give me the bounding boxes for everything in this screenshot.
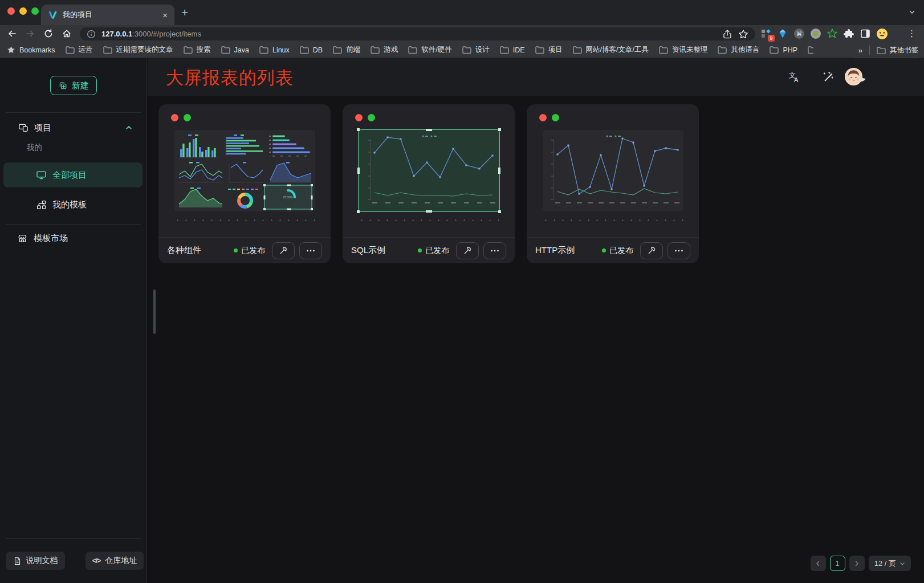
site-info-icon[interactable] — [87, 30, 96, 39]
project-thumbnail[interactable]: 25.00% — [174, 130, 315, 211]
bookmark-folder[interactable]: 运营 — [66, 45, 93, 55]
bookmark-star-icon[interactable] — [738, 29, 748, 39]
bookmark-folder-label: 设计 — [475, 45, 490, 55]
edit-project-button[interactable] — [640, 242, 663, 259]
sidebar-section-project[interactable]: 项目 — [0, 119, 146, 137]
project-thumbnail[interactable] — [543, 130, 683, 211]
back-icon[interactable] — [7, 28, 17, 39]
side-panel-icon[interactable] — [860, 28, 871, 39]
hammer-icon — [279, 246, 288, 255]
extension-record-icon[interactable] — [810, 28, 821, 39]
bookmark-folder[interactable]: 近期需要读的文章 — [103, 45, 173, 55]
bookmark-folder[interactable]: 软件/硬件 — [408, 45, 451, 55]
selection-handle[interactable] — [498, 168, 500, 174]
new-tab-button[interactable]: + — [181, 6, 188, 19]
edit-project-button[interactable] — [456, 242, 479, 259]
folder-icon — [535, 46, 544, 54]
chevron-up-icon[interactable] — [125, 124, 133, 132]
tab-close-icon[interactable]: × — [162, 11, 168, 19]
bookmark-folder-label: Java — [234, 46, 249, 54]
sidebar-item-template-market[interactable]: 模板市场 — [0, 229, 146, 247]
other-bookmarks[interactable]: 其他书签 — [877, 46, 918, 55]
reload-icon[interactable] — [43, 28, 54, 39]
browser-menu-icon[interactable]: ⋮ — [907, 25, 917, 42]
status-label: 已发布 — [241, 246, 265, 256]
docs-button[interactable]: 说明文档 — [6, 552, 65, 570]
extension-gem-icon[interactable] — [777, 28, 788, 39]
project-card[interactable]: SQL示例 已发布 — [343, 104, 515, 263]
scrollbar-thumb[interactable] — [153, 290, 156, 334]
extension-command-icon[interactable]: ⌘ — [793, 28, 805, 39]
edit-project-button[interactable] — [272, 242, 295, 259]
svg-text:A: A — [794, 76, 799, 83]
bookmark-folder-label: 近期需要读的文章 — [116, 45, 173, 55]
close-window-button[interactable] — [7, 7, 15, 15]
tab-search-chevron-icon[interactable] — [908, 8, 916, 16]
bookmarks-root[interactable]: Bookmarks — [7, 46, 55, 54]
project-thumbnail[interactable] — [359, 130, 499, 211]
magic-wand-icon[interactable] — [821, 71, 834, 83]
selection-handle[interactable] — [357, 210, 360, 213]
maximize-window-button[interactable] — [31, 7, 39, 15]
browser-tab[interactable]: 我的项目 × — [41, 5, 174, 25]
selection-handle[interactable] — [498, 128, 501, 131]
translate-icon[interactable]: 文 A — [787, 70, 801, 84]
bookmark-folder[interactable]: 项目 — [535, 45, 563, 55]
folder-icon — [408, 46, 417, 54]
more-actions-button[interactable] — [483, 242, 506, 259]
selection-handle[interactable] — [426, 210, 432, 213]
status-label: 已发布 — [609, 246, 633, 256]
bookmark-folder[interactable]: Java — [221, 45, 249, 55]
bookmark-folder[interactable]: 文件服务器 — [808, 45, 813, 55]
bookmark-folder[interactable]: 资讯未整理 — [659, 45, 708, 55]
bookmark-folder-label: 软件/硬件 — [421, 45, 451, 55]
user-avatar[interactable] — [845, 68, 862, 85]
selection-handle[interactable] — [357, 128, 360, 131]
bookmark-folder[interactable]: 设计 — [462, 45, 490, 55]
template-blocks-icon — [36, 199, 47, 210]
bookmark-folder[interactable]: 游戏 — [371, 45, 398, 55]
more-actions-button[interactable] — [299, 242, 322, 259]
current-page[interactable]: 1 — [830, 556, 845, 571]
status-dot — [418, 248, 422, 252]
page-size-select[interactable]: 12 / 页 — [869, 556, 911, 571]
prev-page-button[interactable] — [811, 556, 826, 571]
extension-grid-icon[interactable]: 9 — [760, 28, 772, 39]
repo-button[interactable]: </> 仓库地址 — [86, 552, 144, 570]
next-page-button[interactable] — [849, 556, 865, 571]
sidebar-item-all-projects[interactable]: 全部项目 — [3, 162, 143, 187]
bookmarks-overflow-icon[interactable]: » — [858, 46, 862, 55]
sidebar-item-my-templates[interactable]: 我的模板 — [3, 192, 143, 217]
bookmark-folder[interactable]: Linux — [259, 45, 290, 55]
selection-handle[interactable] — [498, 210, 501, 213]
card-footer: SQL示例 已发布 — [343, 237, 515, 263]
bookmark-folder[interactable]: 网站/博客/文章/工具 — [573, 45, 649, 55]
share-icon[interactable] — [722, 29, 732, 39]
project-card[interactable]: HTTP示例 已发布 — [527, 104, 699, 263]
extension-green-star-icon[interactable] — [827, 28, 838, 39]
minimize-window-button[interactable] — [19, 7, 27, 15]
bookmark-folder[interactable]: 搜索 — [184, 45, 211, 55]
folder-icon — [500, 46, 509, 54]
more-actions-button[interactable] — [667, 242, 690, 259]
project-card[interactable]: 25.00% 各种组件 已发布 — [158, 104, 331, 263]
hammer-icon — [463, 246, 473, 255]
selection-handle[interactable] — [357, 168, 360, 174]
extensions-puzzle-icon[interactable] — [843, 28, 854, 39]
forward-icon[interactable] — [25, 28, 35, 39]
bookmark-folder[interactable]: 其他语言 — [718, 45, 759, 55]
new-project-button[interactable]: 新建 — [50, 76, 97, 95]
goview-favicon — [48, 10, 58, 20]
monitor-icon — [36, 170, 47, 181]
selection-handle[interactable] — [426, 129, 432, 131]
bookmark-folder[interactable]: 前端 — [333, 45, 360, 55]
bookmark-folder[interactable]: DB — [300, 45, 323, 55]
bookmark-folder[interactable]: IDE — [500, 45, 525, 55]
home-icon[interactable] — [62, 28, 72, 39]
browser-tabstrip: 我的项目 × + — [0, 0, 924, 25]
folder-icon — [718, 46, 727, 54]
bookmark-folder[interactable]: PHP — [770, 45, 797, 55]
sidebar: 新建 项目 我的 全部项目 — [0, 58, 147, 583]
address-bar[interactable]: 127.0.0.1:3000/#/project/items — [80, 27, 755, 40]
profile-emoji-avatar[interactable] — [876, 28, 888, 40]
